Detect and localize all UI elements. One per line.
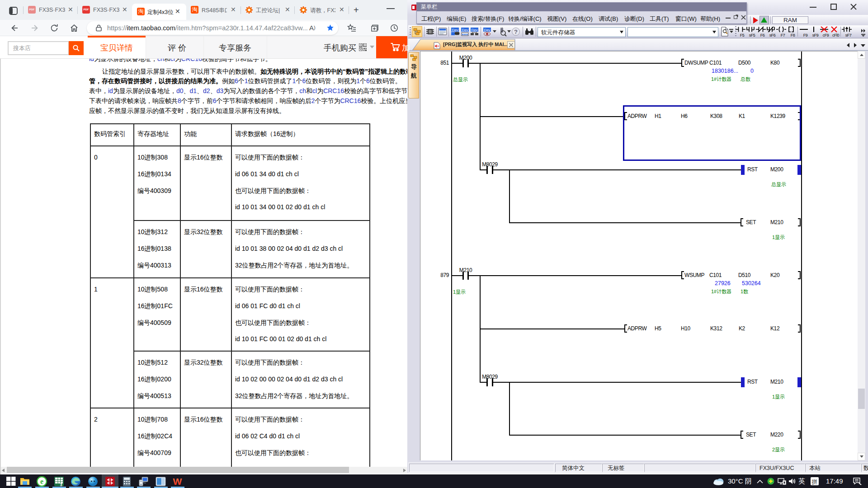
svg-text:Dev: Dev [462,28,468,32]
svg-text:Dev: Dev [452,28,458,32]
svg-text:W: W [173,476,182,487]
svg-text:3: 3 [60,483,62,487]
svg-text:Dev: Dev [484,28,490,32]
svg-text:Dev: Dev [471,28,477,32]
svg-text:e: e [40,478,43,485]
